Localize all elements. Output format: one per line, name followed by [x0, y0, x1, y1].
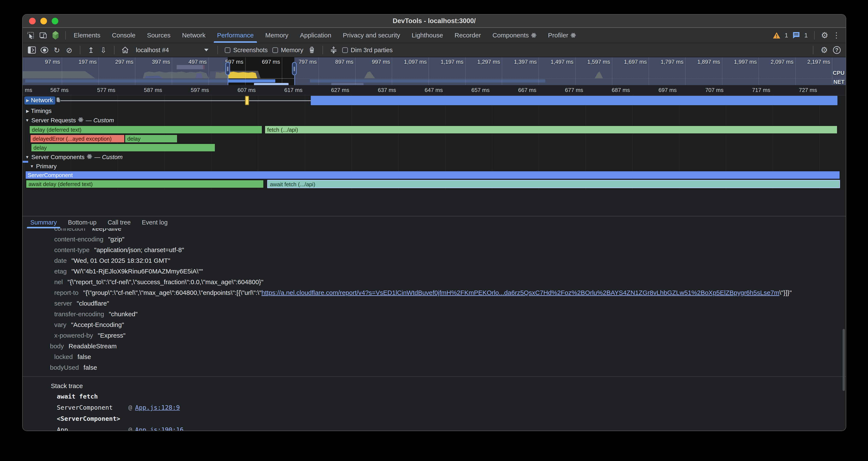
overview-tick-label: 1,997 ms	[725, 59, 757, 65]
net-lane-label: NET	[833, 79, 844, 85]
ruler-tick-label: 627 ms	[315, 87, 349, 93]
tab-privacy-and-security[interactable]: Privacy and security	[337, 28, 406, 43]
home-icon[interactable]	[121, 46, 129, 54]
header-row-bodyused: bodyUsedfalse	[23, 362, 846, 373]
history-select[interactable]: localhost #4	[134, 45, 211, 55]
chevron-down-icon	[204, 49, 209, 51]
tab-profiler[interactable]: Profiler	[542, 28, 582, 43]
tab-network[interactable]: Network	[176, 28, 211, 43]
tab-elements[interactable]: Elements	[68, 28, 106, 43]
header-value: "keep-alive"	[90, 228, 124, 232]
tab-sources[interactable]: Sources	[141, 28, 176, 43]
download-profile-icon[interactable]: ⇩	[99, 47, 107, 54]
track-color-chip	[23, 161, 28, 163]
checkbox-box[interactable]	[225, 47, 230, 53]
devtools-tabbar: ElementsConsoleSourcesNetworkPerformance…	[23, 28, 846, 43]
issues-icon[interactable]	[793, 32, 800, 39]
source-location-link[interactable]: App.js:128:9	[135, 404, 180, 411]
server-requests-track-header[interactable]: ▼ Server Requests — Custom	[23, 115, 846, 125]
tab-components[interactable]: Components	[487, 28, 542, 43]
header-key: body	[50, 343, 64, 350]
disclosure-arrow-icon[interactable]: ▶	[26, 109, 29, 114]
timeline-bar-await-delay-deferred-text[interactable]: await delay (deferred text)	[26, 180, 264, 188]
help-icon[interactable]: ?	[833, 46, 841, 54]
timings-track[interactable]: ▶ Timings	[23, 106, 846, 115]
warning-count: 1	[785, 32, 788, 39]
timeline-bar-delay[interactable]: delay	[125, 135, 178, 143]
report-url-link[interactable]: https://a.nel.cloudflare.com/report/v4?s…	[261, 289, 779, 296]
timeline-bar-servercomponent[interactable]: ServerComponent	[25, 171, 840, 179]
header-row-nel: nel"{\"report_to\":\"cf-nel\",\"success_…	[23, 277, 846, 287]
timings-track-label[interactable]: ▶ Timings	[24, 107, 54, 115]
summary-content: connection"keep-alive"content-encoding"g…	[23, 228, 846, 431]
capture-settings-gear-icon[interactable]: ⚙	[820, 46, 828, 54]
timeline-overview[interactable]: 97 ms197 ms297 ms397 ms497 ms597 ms697 m…	[23, 57, 846, 85]
tab-event-log[interactable]: Event log	[136, 217, 173, 228]
header-row-x-powered-by: x-powered-by"Express"	[23, 330, 846, 341]
timeline-bar-await-fetch-api[interactable]: await fetch (.../api)	[267, 180, 840, 188]
toggle-sidebar-icon[interactable]	[28, 47, 36, 54]
inspect-element-icon[interactable]	[27, 31, 35, 39]
clear-button[interactable]: ⊘	[65, 47, 73, 54]
memory-checkbox[interactable]: Memory	[272, 47, 303, 54]
timeline-bar-delay[interactable]: delay	[31, 143, 215, 152]
server-components-track-header[interactable]: ▼ Server Components — Custom	[23, 152, 846, 162]
source-location-link[interactable]: App.js:190:16	[135, 426, 183, 431]
disclosure-arrow-icon[interactable]: ▼	[25, 118, 29, 123]
tab-lighthouse[interactable]: Lighthouse	[406, 28, 449, 43]
header-key: report-to	[54, 289, 79, 296]
network-track-label[interactable]: ▶ Network	[24, 96, 55, 105]
network-track[interactable]: ▶ Network	[23, 95, 846, 106]
stack-frame-label: <ServerComponent>	[57, 413, 846, 424]
disclosure-arrow-icon[interactable]: ▼	[25, 155, 29, 160]
tab-call-tree[interactable]: Call tree	[102, 217, 136, 228]
network-request-bar[interactable]	[311, 96, 838, 105]
garbage-collect-icon[interactable]	[308, 46, 316, 54]
scrollbar-thumb[interactable]	[843, 329, 845, 391]
divider	[322, 46, 323, 54]
checkbox-box[interactable]	[272, 47, 278, 53]
dim-3rd-parties-checkbox[interactable]: Dim 3rd parties	[342, 47, 393, 54]
tab-summary[interactable]: Summary	[25, 217, 62, 228]
disclosure-arrow-icon[interactable]: ▼	[30, 164, 34, 169]
titlebar: DevTools - localhost:3000/	[23, 15, 846, 28]
selection-handle-right[interactable]: ∥	[292, 62, 297, 75]
reload-and-record-button[interactable]: ↻	[53, 47, 61, 54]
react-atom-icon	[570, 32, 576, 38]
stack-trace-title: Stack trace	[23, 377, 846, 391]
tab-memory[interactable]: Memory	[259, 28, 294, 43]
record-button[interactable]	[40, 47, 48, 53]
header-value: "application/json; charset=utf-8"	[94, 246, 184, 254]
network-selected-event[interactable]	[245, 96, 249, 105]
tab-performance[interactable]: Performance	[211, 28, 259, 43]
track-row: ServerComponent	[23, 171, 846, 180]
collapse-tracks-icon[interactable]	[330, 46, 337, 54]
warnings-icon[interactable]	[773, 32, 780, 39]
timeline-bar-fetch-api[interactable]: fetch (.../api)	[265, 125, 837, 134]
tab-bottom-up[interactable]: Bottom-up	[62, 217, 102, 228]
overview-tick-line	[465, 57, 466, 85]
ruler-tick-label: 587 ms	[128, 87, 162, 93]
more-options-icon[interactable]: ⋮	[833, 31, 840, 40]
ruler-tick-label: 717 ms	[736, 87, 770, 93]
timeline-bar-delay-deferred-text[interactable]: delay (deferred text)	[29, 125, 262, 134]
extension-gem-icon[interactable]	[51, 31, 60, 40]
header-row-date: date"Wed, 01 Oct 2025 18:32:01 GMT"	[23, 255, 846, 266]
tab-application[interactable]: Application	[294, 28, 337, 43]
primary-group-header[interactable]: ▼ Primary	[23, 162, 846, 171]
upload-profile-icon[interactable]: ↥	[87, 47, 95, 54]
header-value: "{\"report_to\":\"cf-nel\",\"success_fra…	[67, 279, 264, 286]
checkbox-box[interactable]	[342, 47, 348, 53]
timeline-bar-delayederror-ayed-exception[interactable]: delayedError (...ayed exception)	[30, 135, 125, 143]
device-toolbar-icon[interactable]	[39, 31, 48, 39]
settings-gear-icon[interactable]: ⚙	[821, 31, 828, 39]
tab-recorder[interactable]: Recorder	[449, 28, 487, 43]
track-row: await delay (deferred text)await fetch (…	[23, 180, 846, 189]
screenshots-checkbox[interactable]: Screenshots	[225, 47, 268, 54]
overview-tick-label: 1,897 ms	[688, 59, 720, 65]
selection-handle-left[interactable]: ∥	[225, 62, 230, 75]
stack-frame-call: ServerComponent@App.js:128:9	[57, 402, 846, 413]
ruler-tick-label: 707 ms	[689, 87, 723, 93]
tab-console[interactable]: Console	[106, 28, 141, 43]
disclosure-arrow-icon[interactable]: ▶	[26, 98, 29, 103]
